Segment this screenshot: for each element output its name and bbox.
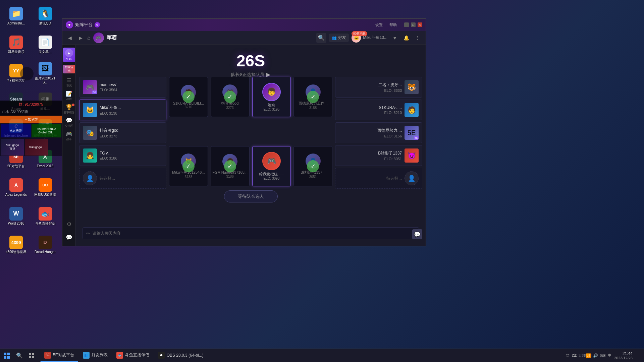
heart-button[interactable]: ♥ <box>390 33 399 43</box>
desktop-icon-apex[interactable]: A Apex Legends <box>3 174 30 201</box>
grid-cell-s1kura[interactable]: 🧑 S1KURA-BLIBILI... 3210 ✓ <box>169 77 208 117</box>
play-button[interactable]: ▶ PLAY <box>63 48 75 62</box>
nav-bar: ◀ ▶ ⌂ 🎮 军霸 🔍 👥 好友 50新消息 🐱 Miku斗鱼10... <box>62 31 426 45</box>
sidebar-item-points[interactable]: 🏆 赛事积分 <box>63 103 75 115</box>
desktop-icon-music[interactable]: 🎵 网易云音乐 <box>3 31 30 58</box>
window-controls: — □ ✕ <box>404 22 422 27</box>
desktop-icon-fish[interactable]: 🐟 斗鱼直播伴侣 <box>32 203 59 230</box>
player-info-fg: FG∨... ELO: 3186 <box>100 151 163 160</box>
desktop-icon-word[interactable]: W Word 2016 <box>3 203 30 230</box>
player-name-erming: 二名：虎牙... <box>339 82 402 88</box>
current-user-name: Miku斗鱼10... <box>363 35 387 41</box>
user-profile-button[interactable]: 50新消息 🐱 Miku斗鱼10... <box>352 33 387 43</box>
start-button[interactable] <box>0 349 13 362</box>
home-button[interactable]: ⌂ <box>87 35 91 41</box>
activity-badge[interactable]: 独家活动 <box>63 65 75 73</box>
player-card-s1kura-r[interactable]: 🧑 S1KURA-..... ELO: 3210 <box>335 100 422 120</box>
minimize-button[interactable]: — <box>404 22 409 27</box>
desktop-icon-doc[interactable]: 📄 美女单... <box>32 31 59 58</box>
back-button[interactable]: ◀ <box>66 34 74 42</box>
player-elo-xide-r: ELO: 3156 <box>339 134 402 138</box>
left-team: 🎮 5E madness` ELO: 3564 <box>79 77 166 213</box>
player-info-douyin: 抖音凌god ELO: 3273 <box>100 128 163 138</box>
desktop-icon-admin[interactable]: 📁 Administri... <box>3 3 30 29</box>
grid-cell-xide[interactable]: 👤 西德尼努力工作... 3188 ✓ <box>293 77 332 117</box>
taskbar-apps-button[interactable] <box>25 350 38 362</box>
taskbar-items: 5E 5E对战平台 👥 好友列表 🐟 斗鱼直播伴侣 ⏺ OBS 28.0.3 (… <box>38 349 560 362</box>
player-card-madness[interactable]: 🎮 5E madness` ELO: 3564 <box>79 77 166 98</box>
svg-rect-5 <box>7 356 10 359</box>
player-card-xide-r[interactable]: 5E 5E 西德尼努力.... ELO: 3156 <box>335 122 422 143</box>
desktop-icon-dread[interactable]: D Dread Hunger <box>32 232 59 258</box>
player-elo-bz-r: ELO: 3051 <box>339 157 402 161</box>
more-options-button[interactable]: ⋮ <box>413 33 422 43</box>
keyboard-icon[interactable]: ⌨ <box>600 353 606 359</box>
cell-avatar-jiwofa: 🎮 <box>262 152 281 170</box>
wait-for-captain-button[interactable]: 等待队长选人 <box>224 190 278 202</box>
player-avatar-miku: 😺 <box>83 103 97 117</box>
taskbar-item-obs[interactable]: ⏺ OBS 28.0.3 (64-bi...) <box>154 349 208 362</box>
player-avatar-madness: 🎮 5E <box>83 80 97 94</box>
trophy-icon: 🏆 <box>66 104 72 110</box>
check-icon-xide: ✓ <box>307 91 319 103</box>
taskbar-search-button[interactable]: 🔍 <box>13 350 25 362</box>
sidebar-chat-button[interactable]: 💬 <box>63 231 75 243</box>
sidebar-settings-button[interactable]: ⚙ <box>63 218 75 230</box>
player-card-erming[interactable]: 🐯 二名：虎牙... ELO: 3333 <box>335 77 422 98</box>
friends-button[interactable]: 👥 好友 <box>329 34 349 42</box>
show-desktop-button[interactable] <box>634 351 640 361</box>
volume-icon[interactable]: 🔊 <box>593 353 599 359</box>
taskbar-item-friends[interactable]: 👥 好友列表 <box>79 349 112 362</box>
grid-cell-miku2[interactable]: 😺 Miku斗鱼1012546... 3138 ✓ <box>169 146 208 186</box>
desktop-icon-uu[interactable]: UU 网易UU加速器 <box>32 174 59 201</box>
check-icon-s1kura: ✓ <box>182 91 195 103</box>
search-button[interactable]: 🔍 <box>316 33 326 43</box>
app-logo <box>66 21 73 28</box>
network-icon[interactable]: 📶 <box>586 353 592 359</box>
svg-rect-2 <box>4 353 6 355</box>
player-name-madness: madness` <box>100 82 163 87</box>
grid-cell-bz[interactable]: 👤 B站影子1337... 3051 ✓ <box>293 146 332 186</box>
player-card-miku[interactable]: 😺 Miku`斗鱼... ELO: 3138 <box>79 100 166 120</box>
grid-cell-jiwofa[interactable]: 🎮 给我发把狙...... ELO: 3093 <box>252 146 291 186</box>
desktop-icon-qq[interactable]: 🐧 腾讯QQ <box>32 3 59 29</box>
timer-display: 26S 队长8正选择队员 ▶ <box>231 52 270 78</box>
title-bar-left: 矩阵平台 ⚙ <box>66 21 100 28</box>
bell-button[interactable]: 🔔 <box>401 33 411 43</box>
taskbar-item-5e[interactable]: 5E 5E对战平台 <box>40 349 78 362</box>
player-info-xide-r: 西德尼努力.... ELO: 3156 <box>339 128 402 138</box>
cell-avatar-xingyu: 👦 <box>262 83 281 101</box>
grid-cell-xingyu[interactable]: 👦 姓余 ELO: 3195 <box>252 77 291 117</box>
check-overlay-miku2: ✓ <box>169 146 208 186</box>
player-name-xide-r: 西德尼努力.... <box>339 128 402 133</box>
player-avatar-bz-r: 😈 <box>405 148 419 163</box>
friends-icon: 👥 <box>332 36 337 40</box>
player-card-bz-r[interactable]: 😈 B站影子1337 ELO: 3051 <box>335 145 422 166</box>
check-icon-fg2: ✓ <box>224 160 236 172</box>
grid-cell-douyin2[interactable]: 🎮 抖音凌god 3273 ✓ <box>211 77 250 117</box>
player-card-douyin[interactable]: 🎭 抖音凌god ELO: 3273 <box>79 122 166 143</box>
sidebar-item-community[interactable]: 💬 交流区 <box>63 116 75 128</box>
notification-badge <box>72 104 74 106</box>
sidebar-item-matches[interactable]: ☰ 赛况 <box>63 76 75 88</box>
sidebar-item-history[interactable]: 📝 战绩 <box>63 89 75 102</box>
input-method-icon[interactable]: 中 <box>607 353 613 359</box>
taskbar-clock[interactable]: 21:44 2023/12/23 <box>614 351 633 360</box>
help-btn[interactable]: 帮助 <box>387 22 399 28</box>
desktop-icon-4399[interactable]: 4399 4399迷你世界 <box>3 232 30 258</box>
maximize-button[interactable]: □ <box>411 22 416 27</box>
right-team: 🐯 二名：虎牙... ELO: 3333 🧑 <box>335 77 422 213</box>
forward-button[interactable]: ▶ <box>76 34 85 42</box>
desktop: 📁 Administri... 🐧 腾讯QQ 🎵 网易云音乐 📄 美女单... … <box>0 0 644 362</box>
settings-btn[interactable]: 设置 <box>373 22 385 28</box>
close-button[interactable]: ✕ <box>418 22 422 27</box>
grid-cell-fg2[interactable]: 👧 FG∨ Nuo66937168... 3186 ✓ <box>211 146 250 186</box>
player-info-miku: Miku`斗鱼... ELO: 3138 <box>100 105 163 115</box>
antivirus-icon[interactable]: 🛡 <box>565 353 571 359</box>
sidebar-item-game[interactable]: 🎮 战斗 <box>63 130 75 142</box>
player-card-fg[interactable]: 👧 FG∨... ELO: 3186 <box>79 145 166 166</box>
taskbar-item-douyu[interactable]: 🐟 斗鱼直播伴侣 <box>112 349 153 362</box>
chat-input[interactable] <box>93 231 415 236</box>
chat-float-button[interactable]: 💬 <box>412 229 422 239</box>
title-dot[interactable]: ⚙ <box>95 22 100 27</box>
